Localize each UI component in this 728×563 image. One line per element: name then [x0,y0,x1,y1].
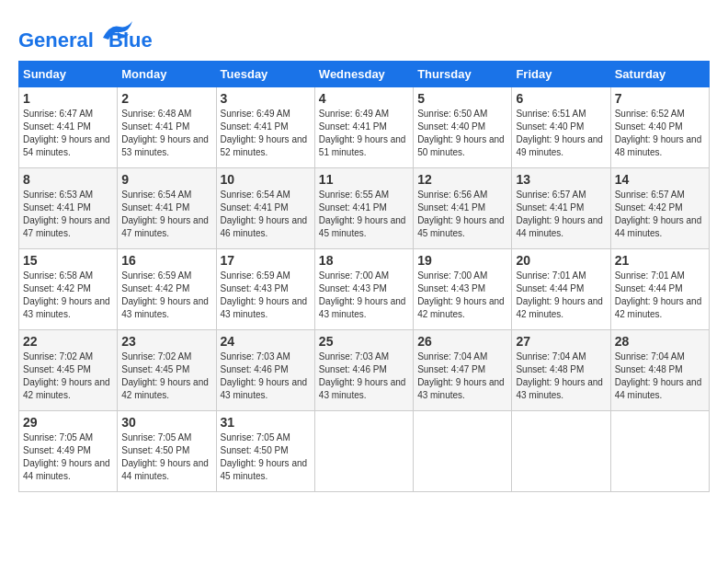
calendar-cell: 9 Sunrise: 6:54 AM Sunset: 4:41 PM Dayli… [118,168,216,249]
calendar-cell [414,411,512,492]
cell-info: Sunrise: 7:04 AM Sunset: 4:48 PM Dayligh… [516,350,606,402]
calendar-cell: 28 Sunrise: 7:04 AM Sunset: 4:48 PM Dayl… [610,330,709,411]
cell-info: Sunrise: 7:05 AM Sunset: 4:50 PM Dayligh… [221,431,311,483]
cell-info: Sunrise: 6:52 AM Sunset: 4:40 PM Dayligh… [615,108,705,159]
calendar-cell: 19 Sunrise: 7:00 AM Sunset: 4:43 PM Dayl… [414,249,512,330]
day-number: 19 [417,253,507,268]
cell-info: Sunrise: 6:49 AM Sunset: 4:41 PM Dayligh… [221,108,311,159]
col-header-saturday: Saturday [610,62,709,87]
col-header-tuesday: Tuesday [216,62,314,87]
cell-info: Sunrise: 6:54 AM Sunset: 4:41 PM Dayligh… [121,189,211,240]
calendar-cell: 23 Sunrise: 7:02 AM Sunset: 4:45 PM Dayl… [118,330,216,411]
cell-info: Sunrise: 7:02 AM Sunset: 4:45 PM Dayligh… [23,350,113,402]
calendar-cell: 4 Sunrise: 6:49 AM Sunset: 4:41 PM Dayli… [314,87,413,168]
cell-info: Sunrise: 6:48 AM Sunset: 4:41 PM Dayligh… [121,108,211,159]
day-number: 12 [417,172,507,187]
cell-info: Sunrise: 7:04 AM Sunset: 4:47 PM Dayligh… [417,350,507,402]
calendar-cell: 25 Sunrise: 7:03 AM Sunset: 4:46 PM Dayl… [314,330,413,411]
day-number: 11 [319,172,409,187]
calendar-cell [610,411,709,492]
calendar-cell: 12 Sunrise: 6:56 AM Sunset: 4:41 PM Dayl… [414,168,512,249]
calendar-cell: 21 Sunrise: 7:01 AM Sunset: 4:44 PM Dayl… [610,249,709,330]
calendar-cell: 7 Sunrise: 6:52 AM Sunset: 4:40 PM Dayli… [610,87,709,168]
cell-info: Sunrise: 7:03 AM Sunset: 4:46 PM Dayligh… [319,350,409,402]
day-number: 9 [121,172,211,187]
calendar-cell: 31 Sunrise: 7:05 AM Sunset: 4:50 PM Dayl… [216,411,314,492]
calendar-cell: 3 Sunrise: 6:49 AM Sunset: 4:41 PM Dayli… [216,87,314,168]
cell-info: Sunrise: 7:00 AM Sunset: 4:43 PM Dayligh… [417,270,507,321]
day-number: 30 [121,415,211,430]
day-number: 14 [615,172,705,187]
cell-info: Sunrise: 7:02 AM Sunset: 4:45 PM Dayligh… [121,350,211,402]
day-number: 13 [516,172,606,187]
calendar-cell: 20 Sunrise: 7:01 AM Sunset: 4:44 PM Dayl… [512,249,610,330]
day-number: 26 [417,334,507,349]
calendar-cell: 1 Sunrise: 6:47 AM Sunset: 4:41 PM Dayli… [19,87,118,168]
col-header-monday: Monday [118,62,216,87]
calendar-cell: 26 Sunrise: 7:04 AM Sunset: 4:47 PM Dayl… [414,330,512,411]
calendar-cell: 29 Sunrise: 7:05 AM Sunset: 4:49 PM Dayl… [19,411,118,492]
calendar-cell: 27 Sunrise: 7:04 AM Sunset: 4:48 PM Dayl… [512,330,610,411]
cell-info: Sunrise: 7:04 AM Sunset: 4:48 PM Dayligh… [615,350,705,402]
day-number: 16 [121,253,211,268]
calendar-cell: 2 Sunrise: 6:48 AM Sunset: 4:41 PM Dayli… [118,87,216,168]
col-header-sunday: Sunday [19,62,118,87]
calendar-cell: 18 Sunrise: 7:00 AM Sunset: 4:43 PM Dayl… [314,249,413,330]
cell-info: Sunrise: 6:51 AM Sunset: 4:40 PM Dayligh… [516,108,606,159]
calendar-header-row: SundayMondayTuesdayWednesdayThursdayFrid… [19,62,710,87]
page-header: General Blue [18,18,710,52]
logo-general: General [18,29,94,52]
day-number: 5 [417,91,507,106]
calendar-cell [314,411,413,492]
day-number: 24 [221,334,311,349]
day-number: 28 [615,334,705,349]
cell-info: Sunrise: 7:00 AM Sunset: 4:43 PM Dayligh… [319,270,409,321]
col-header-friday: Friday [512,62,610,87]
cell-info: Sunrise: 6:57 AM Sunset: 4:41 PM Dayligh… [516,189,606,240]
day-number: 20 [516,253,606,268]
calendar-cell: 15 Sunrise: 6:58 AM Sunset: 4:42 PM Dayl… [19,249,118,330]
day-number: 1 [23,91,113,106]
day-number: 18 [319,253,409,268]
cell-info: Sunrise: 6:59 AM Sunset: 4:43 PM Dayligh… [221,270,311,321]
calendar-cell: 6 Sunrise: 6:51 AM Sunset: 4:40 PM Dayli… [512,87,610,168]
day-number: 27 [516,334,606,349]
calendar-cell: 10 Sunrise: 6:54 AM Sunset: 4:41 PM Dayl… [216,168,314,249]
cell-info: Sunrise: 7:05 AM Sunset: 4:49 PM Dayligh… [23,431,113,483]
calendar-cell: 17 Sunrise: 6:59 AM Sunset: 4:43 PM Dayl… [216,249,314,330]
cell-info: Sunrise: 6:56 AM Sunset: 4:41 PM Dayligh… [417,189,507,240]
day-number: 15 [23,253,113,268]
day-number: 22 [23,334,113,349]
day-number: 10 [221,172,311,187]
day-number: 6 [516,91,606,106]
calendar-cell: 11 Sunrise: 6:55 AM Sunset: 4:41 PM Dayl… [314,168,413,249]
calendar-week-row: 1 Sunrise: 6:47 AM Sunset: 4:41 PM Dayli… [19,87,710,168]
calendar-cell: 13 Sunrise: 6:57 AM Sunset: 4:41 PM Dayl… [512,168,610,249]
calendar-cell: 16 Sunrise: 6:59 AM Sunset: 4:42 PM Dayl… [118,249,216,330]
cell-info: Sunrise: 7:03 AM Sunset: 4:46 PM Dayligh… [221,350,311,402]
calendar-week-row: 8 Sunrise: 6:53 AM Sunset: 4:41 PM Dayli… [19,168,710,249]
day-number: 4 [319,91,409,106]
logo: General Blue [18,18,153,52]
calendar-cell: 8 Sunrise: 6:53 AM Sunset: 4:41 PM Dayli… [19,168,118,249]
day-number: 29 [23,415,113,430]
day-number: 3 [221,91,311,106]
day-number: 23 [121,334,211,349]
cell-info: Sunrise: 6:55 AM Sunset: 4:41 PM Dayligh… [319,189,409,240]
calendar-table: SundayMondayTuesdayWednesdayThursdayFrid… [18,61,710,492]
day-number: 17 [221,253,311,268]
cell-info: Sunrise: 6:59 AM Sunset: 4:42 PM Dayligh… [121,270,211,321]
cell-info: Sunrise: 6:49 AM Sunset: 4:41 PM Dayligh… [319,108,409,159]
day-number: 25 [319,334,409,349]
cell-info: Sunrise: 7:01 AM Sunset: 4:44 PM Dayligh… [615,270,705,321]
calendar-cell: 24 Sunrise: 7:03 AM Sunset: 4:46 PM Dayl… [216,330,314,411]
col-header-thursday: Thursday [414,62,512,87]
calendar-cell: 5 Sunrise: 6:50 AM Sunset: 4:40 PM Dayli… [414,87,512,168]
calendar-cell: 14 Sunrise: 6:57 AM Sunset: 4:42 PM Dayl… [610,168,709,249]
day-number: 21 [615,253,705,268]
cell-info: Sunrise: 7:05 AM Sunset: 4:50 PM Dayligh… [121,431,211,483]
calendar-week-row: 15 Sunrise: 6:58 AM Sunset: 4:42 PM Dayl… [19,249,710,330]
day-number: 8 [23,172,113,187]
calendar-week-row: 29 Sunrise: 7:05 AM Sunset: 4:49 PM Dayl… [19,411,710,492]
logo-blue: Blue [108,29,153,52]
